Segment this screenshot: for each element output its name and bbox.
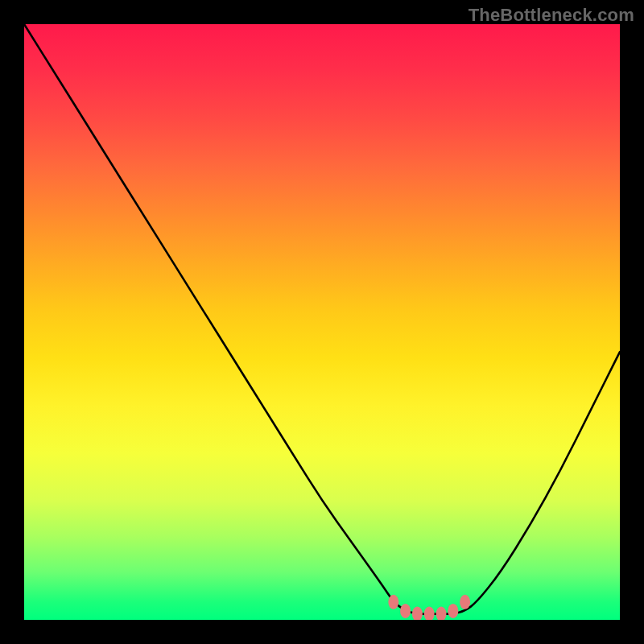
curve-layer [24,24,620,620]
marker-dot [388,595,398,609]
marker-dot [448,604,458,618]
plot-area [24,24,620,620]
bottleneck-curve-path [24,24,620,614]
marker-dot [412,607,423,620]
watermark-text: TheBottleneck.com [469,5,634,26]
chart-frame: TheBottleneck.com [0,0,644,644]
marker-dot [436,607,447,620]
marker-dot [400,604,411,618]
marker-dot [424,607,435,620]
marker-dot [460,595,470,609]
